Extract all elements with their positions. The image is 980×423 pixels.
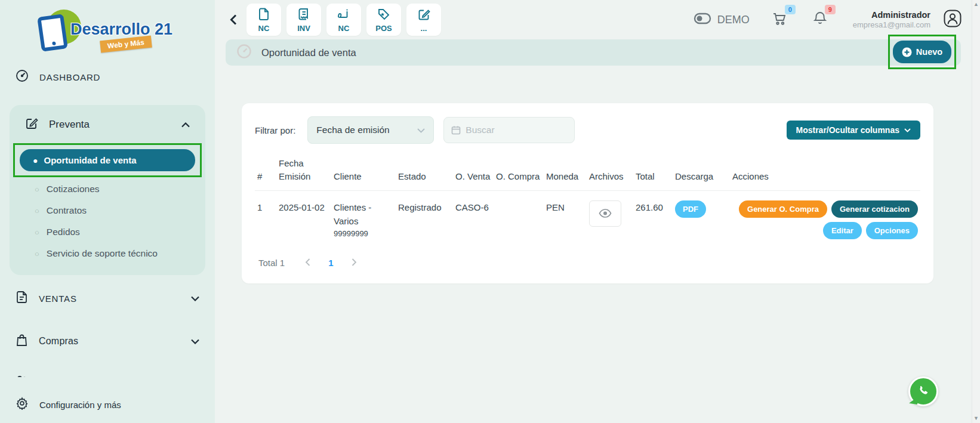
filled-bullet-icon: ● xyxy=(33,156,38,165)
cell-ocompra xyxy=(494,190,544,240)
tab-inv-invoice[interactable]: INV xyxy=(286,4,321,36)
cart-icon xyxy=(772,18,787,28)
collapse-sidebar-button[interactable] xyxy=(226,14,241,25)
pagination-total: Total 1 xyxy=(258,258,285,268)
user-email: empresa1@gmail.com xyxy=(853,20,930,30)
next-page-button[interactable] xyxy=(349,258,359,268)
new-button[interactable]: Nuevo xyxy=(893,41,951,63)
cell-descarga: PDF xyxy=(673,190,730,240)
download-pdf-button[interactable]: PDF xyxy=(675,200,706,218)
pencil-edit-icon xyxy=(25,117,38,132)
hollow-bullet-icon: ○ xyxy=(35,185,39,194)
invoice-icon xyxy=(297,7,310,24)
generar-ocompra-button[interactable]: Generar O. Compra xyxy=(739,200,827,218)
filter-toolbar: Filtrar por: Fecha de emisión Mostrar/Oc… xyxy=(255,116,920,144)
content-card: Filtrar por: Fecha de emisión Mostrar/Oc… xyxy=(242,103,933,283)
avatar[interactable] xyxy=(943,9,962,30)
tab-label: INV xyxy=(297,24,310,32)
sidebar-item-clipped[interactable]: Clientes xyxy=(0,369,215,377)
col-header-archivos: Archivos xyxy=(587,157,633,190)
col-header-fecha: Fecha Emisión xyxy=(276,157,331,190)
sidebar-item-contratos[interactable]: ○ Contratos xyxy=(10,200,205,221)
col-header-num: # xyxy=(255,157,276,190)
sidebar-item-dashboard[interactable]: DASHBOARD xyxy=(0,64,215,89)
document-lines-icon xyxy=(16,291,28,306)
page-number-1[interactable]: 1 xyxy=(328,258,333,268)
sidebar-item-ventas[interactable]: VENTAS xyxy=(0,286,215,311)
hollow-bullet-icon: ○ xyxy=(35,206,39,215)
cliente-name: Clientes - Varios xyxy=(334,200,393,229)
whatsapp-phone-icon xyxy=(916,384,930,399)
annotation-box-selected-item: ● Oportunidad de venta xyxy=(13,143,202,177)
sidebar-item-label: Oportunidad de venta xyxy=(44,155,136,165)
pagination: Total 1 1 xyxy=(255,258,920,268)
sidebar-item-pedidos[interactable]: ○ Pedidos xyxy=(10,221,205,243)
col-header-acciones: Acciones xyxy=(730,157,920,190)
sidebar-item-label: Preventa xyxy=(49,119,90,131)
document-icon xyxy=(257,7,270,24)
vertical-scrollbar[interactable]: ▲ ▼ xyxy=(972,0,980,423)
view-file-button[interactable] xyxy=(589,200,621,227)
cell-num: 1 xyxy=(255,190,276,240)
sidebar-item-soporte-tecnico[interactable]: ○ Servicio de soporte técnico xyxy=(10,243,205,264)
cell-estado: Registrado xyxy=(396,190,453,240)
sidebar-item-preventa[interactable]: Preventa xyxy=(10,111,205,138)
whatsapp-button[interactable] xyxy=(908,376,938,406)
columns-button-label: Mostrar/Ocultar columnas xyxy=(796,125,900,135)
module-gauge-icon xyxy=(236,44,252,61)
search-input[interactable] xyxy=(466,125,555,135)
scroll-down-icon[interactable]: ▼ xyxy=(973,416,979,421)
col-header-oventa: O. Venta xyxy=(453,157,494,190)
cell-moneda: PEN xyxy=(544,190,587,240)
chevron-down-icon xyxy=(191,293,199,304)
brand-logo[interactable]: Desarrollo 21 Web y Más xyxy=(0,0,215,64)
tab-nc-signature[interactable]: NC xyxy=(326,4,361,36)
tab-more[interactable]: ... xyxy=(406,4,441,36)
tab-label: NC xyxy=(258,24,270,32)
tab-label: ... xyxy=(421,24,427,32)
toggle-columns-button[interactable]: Mostrar/Ocultar columnas xyxy=(787,121,921,140)
eye-icon xyxy=(599,209,612,218)
cell-fecha: 2025-01-02 xyxy=(276,190,331,240)
signature-icon xyxy=(337,7,351,24)
chevron-down-icon xyxy=(904,128,911,132)
sidebar-item-configuracion[interactable]: Configuración y más xyxy=(0,390,215,423)
tab-nc-document[interactable]: NC xyxy=(246,4,281,36)
col-header-total: Total xyxy=(633,157,673,190)
tab-pos[interactable]: POS xyxy=(366,4,401,36)
cell-total: 261.60 xyxy=(633,190,673,240)
tablet-icon xyxy=(37,14,68,52)
demo-toggle[interactable]: DEMO xyxy=(694,13,750,27)
filter-label: Filtrar por: xyxy=(255,125,295,135)
filter-select-value: Fecha de emisión xyxy=(316,125,389,135)
sidebar-item-label: Servicio de soporte técnico xyxy=(47,248,158,259)
opciones-button[interactable]: Opciones xyxy=(866,222,918,239)
sidebar-item-compras[interactable]: Compras xyxy=(0,329,215,354)
notifications-badge: 9 xyxy=(825,5,836,14)
dashboard-gauge-icon xyxy=(16,69,29,85)
hollow-bullet-icon: ○ xyxy=(35,249,39,258)
sidebar-item-label: Contratos xyxy=(47,205,87,216)
scroll-up-icon[interactable]: ▲ xyxy=(973,2,979,7)
shopping-bag-icon xyxy=(16,334,28,349)
prev-page-button[interactable] xyxy=(303,258,313,268)
cart-badge: 0 xyxy=(785,5,796,14)
sidebar-item-oportunidad-de-venta[interactable]: ● Oportunidad de venta xyxy=(20,149,195,171)
sidebar-item-label: VENTAS xyxy=(39,294,77,304)
gear-icon xyxy=(16,397,29,412)
search-date-field[interactable] xyxy=(443,117,575,143)
generar-cotizacion-button[interactable]: Generar cotizacion xyxy=(831,200,918,218)
preventa-section: Preventa ● Oportunidad de venta ○ Cotiza… xyxy=(10,105,205,275)
opportunities-table: # Fecha Emisión Cliente Estado O. Venta … xyxy=(255,157,920,240)
editar-button[interactable]: Editar xyxy=(823,222,862,239)
notifications-button[interactable]: 9 xyxy=(813,11,827,29)
main-area: NC INV NC POS xyxy=(215,0,980,423)
filter-type-select[interactable]: Fecha de emisión xyxy=(307,116,434,144)
edit-icon xyxy=(417,8,431,24)
topbar: NC INV NC POS xyxy=(226,0,962,39)
chevron-up-icon xyxy=(181,119,190,130)
sidebar-item-cotizaciones[interactable]: ○ Cotizaciones xyxy=(10,178,205,200)
cart-button[interactable]: 0 xyxy=(772,11,787,29)
new-button-label: Nuevo xyxy=(916,47,942,57)
page-header: Oportunidad de venta Nuevo xyxy=(226,39,961,66)
